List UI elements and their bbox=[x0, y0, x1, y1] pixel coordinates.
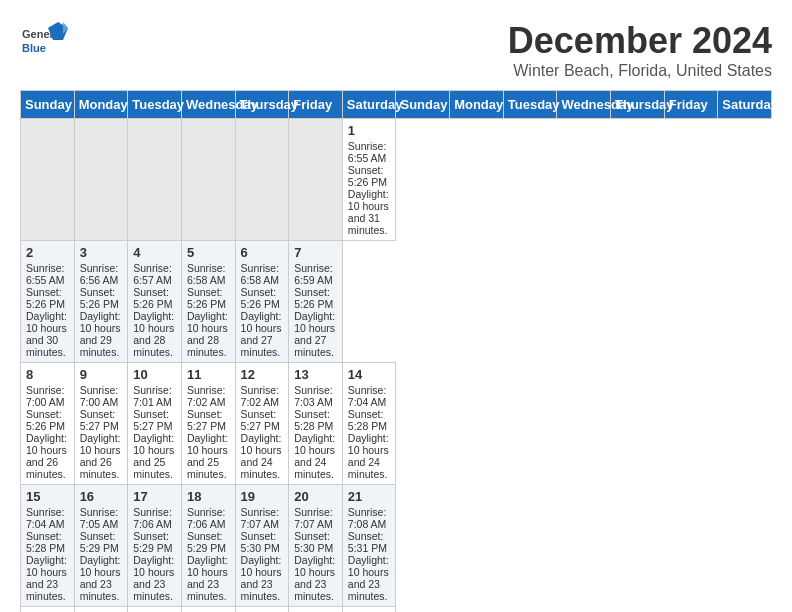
weekday-header: Sunday bbox=[396, 91, 450, 119]
day-number: 7 bbox=[294, 245, 337, 260]
calendar-day-cell: 18Sunrise: 7:06 AMSunset: 5:29 PMDayligh… bbox=[181, 485, 235, 607]
calendar-day-cell: 3Sunrise: 6:56 AMSunset: 5:26 PMDaylight… bbox=[74, 241, 128, 363]
day-number: 9 bbox=[80, 367, 123, 382]
day-of-week-header: Monday bbox=[74, 91, 128, 119]
empty-cell bbox=[235, 119, 289, 241]
calendar-day-cell: 23Sunrise: 7:09 AMSunset: 5:32 PMDayligh… bbox=[74, 607, 128, 613]
calendar-day-cell: 21Sunrise: 7:08 AMSunset: 5:31 PMDayligh… bbox=[342, 485, 396, 607]
day-number: 17 bbox=[133, 489, 176, 504]
day-number: 14 bbox=[348, 367, 391, 382]
day-number: 13 bbox=[294, 367, 337, 382]
calendar-day-cell: 19Sunrise: 7:07 AMSunset: 5:30 PMDayligh… bbox=[235, 485, 289, 607]
calendar-day-cell: 10Sunrise: 7:01 AMSunset: 5:27 PMDayligh… bbox=[128, 363, 182, 485]
calendar-subtitle: Winter Beach, Florida, United States bbox=[508, 62, 772, 80]
calendar-day-cell: 27Sunrise: 7:10 AMSunset: 5:34 PMDayligh… bbox=[289, 607, 343, 613]
calendar-day-cell: 5Sunrise: 6:58 AMSunset: 5:26 PMDaylight… bbox=[181, 241, 235, 363]
calendar-day-cell: 24Sunrise: 7:09 AMSunset: 5:32 PMDayligh… bbox=[128, 607, 182, 613]
day-number: 12 bbox=[241, 367, 284, 382]
calendar-header-row: SundayMondayTuesdayWednesdayThursdayFrid… bbox=[21, 91, 772, 119]
day-number: 11 bbox=[187, 367, 230, 382]
title-area: December 2024 Winter Beach, Florida, Uni… bbox=[508, 20, 772, 80]
calendar-day-cell: 7Sunrise: 6:59 AMSunset: 5:26 PMDaylight… bbox=[289, 241, 343, 363]
weekday-header: Tuesday bbox=[503, 91, 557, 119]
calendar-week-row: 8Sunrise: 7:00 AMSunset: 5:26 PMDaylight… bbox=[21, 363, 772, 485]
calendar-day-cell: 28Sunrise: 7:11 AMSunset: 5:35 PMDayligh… bbox=[342, 607, 396, 613]
day-number: 16 bbox=[80, 489, 123, 504]
calendar-day-cell: 22Sunrise: 7:08 AMSunset: 5:31 PMDayligh… bbox=[21, 607, 75, 613]
calendar-day-cell: 12Sunrise: 7:02 AMSunset: 5:27 PMDayligh… bbox=[235, 363, 289, 485]
weekday-header: Wednesday bbox=[557, 91, 611, 119]
weekday-header: Thursday bbox=[611, 91, 665, 119]
calendar-table: SundayMondayTuesdayWednesdayThursdayFrid… bbox=[20, 90, 772, 612]
day-number: 18 bbox=[187, 489, 230, 504]
svg-text:Blue: Blue bbox=[22, 42, 46, 54]
day-number: 20 bbox=[294, 489, 337, 504]
calendar-week-row: 2Sunrise: 6:55 AMSunset: 5:26 PMDaylight… bbox=[21, 241, 772, 363]
day-number: 1 bbox=[348, 123, 391, 138]
logo-svg: General Blue bbox=[20, 20, 70, 65]
day-of-week-header: Sunday bbox=[21, 91, 75, 119]
calendar-day-cell: 16Sunrise: 7:05 AMSunset: 5:29 PMDayligh… bbox=[74, 485, 128, 607]
day-number: 3 bbox=[80, 245, 123, 260]
day-number: 4 bbox=[133, 245, 176, 260]
calendar-day-cell: 17Sunrise: 7:06 AMSunset: 5:29 PMDayligh… bbox=[128, 485, 182, 607]
day-number: 8 bbox=[26, 367, 69, 382]
day-number: 15 bbox=[26, 489, 69, 504]
empty-cell bbox=[181, 119, 235, 241]
calendar-day-cell: 13Sunrise: 7:03 AMSunset: 5:28 PMDayligh… bbox=[289, 363, 343, 485]
empty-cell bbox=[128, 119, 182, 241]
calendar-week-row: 1Sunrise: 6:55 AMSunset: 5:26 PMDaylight… bbox=[21, 119, 772, 241]
day-number: 5 bbox=[187, 245, 230, 260]
day-number: 6 bbox=[241, 245, 284, 260]
day-number: 21 bbox=[348, 489, 391, 504]
calendar-day-cell: 11Sunrise: 7:02 AMSunset: 5:27 PMDayligh… bbox=[181, 363, 235, 485]
day-of-week-header: Friday bbox=[289, 91, 343, 119]
logo: General Blue bbox=[20, 20, 70, 65]
day-number: 10 bbox=[133, 367, 176, 382]
calendar-day-cell: 8Sunrise: 7:00 AMSunset: 5:26 PMDaylight… bbox=[21, 363, 75, 485]
weekday-header: Monday bbox=[450, 91, 504, 119]
empty-cell bbox=[74, 119, 128, 241]
calendar-day-cell: 6Sunrise: 6:58 AMSunset: 5:26 PMDaylight… bbox=[235, 241, 289, 363]
day-of-week-header: Tuesday bbox=[128, 91, 182, 119]
day-of-week-header: Wednesday bbox=[181, 91, 235, 119]
day-number: 19 bbox=[241, 489, 284, 504]
calendar-day-cell: 15Sunrise: 7:04 AMSunset: 5:28 PMDayligh… bbox=[21, 485, 75, 607]
empty-cell bbox=[21, 119, 75, 241]
calendar-title: December 2024 bbox=[508, 20, 772, 62]
calendar-day-cell: 26Sunrise: 7:10 AMSunset: 5:33 PMDayligh… bbox=[235, 607, 289, 613]
weekday-header: Friday bbox=[664, 91, 718, 119]
calendar-day-cell: 20Sunrise: 7:07 AMSunset: 5:30 PMDayligh… bbox=[289, 485, 343, 607]
calendar-week-row: 15Sunrise: 7:04 AMSunset: 5:28 PMDayligh… bbox=[21, 485, 772, 607]
calendar-day-cell: 4Sunrise: 6:57 AMSunset: 5:26 PMDaylight… bbox=[128, 241, 182, 363]
calendar-day-cell: 9Sunrise: 7:00 AMSunset: 5:27 PMDaylight… bbox=[74, 363, 128, 485]
calendar-day-cell: 25Sunrise: 7:10 AMSunset: 5:33 PMDayligh… bbox=[181, 607, 235, 613]
calendar-day-cell: 1Sunrise: 6:55 AMSunset: 5:26 PMDaylight… bbox=[342, 119, 396, 241]
page-header: General Blue December 2024 Winter Beach,… bbox=[20, 20, 772, 80]
day-of-week-header: Saturday bbox=[342, 91, 396, 119]
day-number: 2 bbox=[26, 245, 69, 260]
calendar-week-row: 22Sunrise: 7:08 AMSunset: 5:31 PMDayligh… bbox=[21, 607, 772, 613]
calendar-day-cell: 14Sunrise: 7:04 AMSunset: 5:28 PMDayligh… bbox=[342, 363, 396, 485]
day-of-week-header: Thursday bbox=[235, 91, 289, 119]
empty-cell bbox=[289, 119, 343, 241]
weekday-header: Saturday bbox=[718, 91, 772, 119]
calendar-day-cell: 2Sunrise: 6:55 AMSunset: 5:26 PMDaylight… bbox=[21, 241, 75, 363]
